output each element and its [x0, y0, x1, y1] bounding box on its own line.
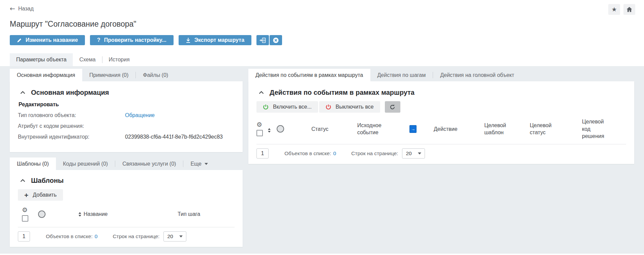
- tab-step-actions[interactable]: Действия по шагам: [370, 69, 433, 81]
- column-header-action: Действие: [434, 125, 484, 133]
- event-actions-section-header: Действия по событиям в рамках маршрута: [256, 89, 626, 96]
- templates-pagination: 1 Объектов в списке: 0 Строк на странице…: [18, 231, 235, 242]
- tab-schema[interactable]: Схема: [73, 53, 102, 66]
- main-info-title: Основная информация: [31, 89, 109, 96]
- sort-column: [268, 125, 275, 133]
- objects-count-value: 0: [333, 150, 336, 157]
- sort-icon[interactable]: [268, 128, 271, 133]
- status-circle-icon: [277, 125, 284, 133]
- refresh-icon: [389, 104, 396, 110]
- settings-column: ⚙: [256, 121, 268, 136]
- transition-column: →: [397, 125, 434, 133]
- archive-cabinet-icon: [259, 37, 266, 43]
- refresh-button[interactable]: [385, 101, 400, 113]
- deactivate-route-button[interactable]: [270, 35, 282, 45]
- column-target-template-label: Целевой шаблон: [484, 122, 509, 136]
- status-circle-column: [275, 125, 300, 133]
- main-info-section-header: Основная информация: [18, 89, 235, 96]
- main-info-card: Основная информация Редактировать Тип го…: [10, 81, 243, 152]
- collapse-chevron-icon[interactable]: [259, 91, 264, 94]
- rows-per-page-select[interactable]: 20: [163, 231, 186, 242]
- column-header-target-template: Целевой шаблон: [484, 122, 530, 136]
- tab-object-params[interactable]: Параметры объекта: [10, 53, 73, 66]
- export-route-button[interactable]: Экспорт маршрута: [179, 35, 251, 45]
- check-settings-button[interactable]: ? Проверить настройку...: [90, 35, 174, 45]
- page-header: ← Назад ★: [0, 0, 644, 12]
- settings-column: ⚙: [18, 207, 33, 222]
- info-rows: Тип головного объекта: Обращение Атрибут…: [18, 110, 235, 142]
- objects-count-value: 0: [95, 233, 98, 239]
- objects-count-label: Объектов в списке:: [46, 233, 93, 239]
- tab-more[interactable]: Еще: [183, 158, 215, 170]
- plus-icon: +: [24, 192, 28, 199]
- column-target-status-label: Целевой статус: [530, 122, 554, 136]
- check-settings-button-label: Проверить настройку...: [104, 37, 166, 43]
- event-actions-card: Действия по событиям в рамках маршрута В…: [248, 81, 634, 164]
- close-circle-icon: [273, 37, 279, 44]
- info-row: Атрибут с кодом решения:: [18, 121, 235, 132]
- collapse-chevron-icon[interactable]: [20, 91, 25, 94]
- back-arrow-icon: ←: [10, 5, 15, 12]
- content-area: Основная информация Примечания (0) Файлы…: [0, 66, 644, 254]
- column-header-name[interactable]: Название: [74, 210, 168, 218]
- collapse-chevron-icon[interactable]: [20, 179, 25, 182]
- tab-head-object-actions[interactable]: Действия на головной объект: [433, 69, 521, 81]
- enable-all-button[interactable]: Включить все...: [256, 101, 318, 113]
- objects-count-label: Объектов в списке:: [284, 150, 331, 157]
- column-header-target-status: Целевой статус: [530, 122, 582, 136]
- field-label: Тип головного объекта:: [18, 110, 125, 121]
- table-divider: [18, 227, 235, 227]
- tab-notes[interactable]: Примечания (0): [82, 69, 135, 81]
- head-object-type-link[interactable]: Обращение: [125, 110, 155, 121]
- favorite-button[interactable]: ★: [608, 4, 620, 15]
- main-tabs: Параметры объекта Схема История: [0, 53, 644, 66]
- select-all-checkbox[interactable]: [256, 130, 263, 136]
- page-number-box[interactable]: 1: [18, 231, 30, 242]
- gear-icon[interactable]: ⚙: [22, 207, 33, 213]
- select-all-checkbox[interactable]: [22, 215, 28, 222]
- column-header-step-type: Тип шага: [168, 210, 235, 218]
- back-link[interactable]: ← Назад: [10, 5, 34, 12]
- rows-per-page-value: 20: [406, 150, 411, 157]
- rows-per-page-label: Строк на странице:: [351, 150, 398, 157]
- status-circle-column: [33, 210, 74, 218]
- enable-all-label: Включить все...: [273, 104, 312, 110]
- table-divider: [256, 144, 626, 144]
- disable-all-button[interactable]: Выключить все: [319, 101, 380, 113]
- gear-icon[interactable]: ⚙: [256, 121, 268, 128]
- event-actions-toolbar: Включить все... Выключить все: [256, 101, 626, 113]
- tab-more-label: Еще: [190, 161, 202, 167]
- export-route-button-label: Экспорт маршрута: [194, 37, 244, 43]
- power-off-icon: [326, 104, 331, 110]
- back-label: Назад: [18, 6, 34, 12]
- column-name-label: Название: [84, 210, 108, 218]
- chevron-down-icon: [179, 235, 183, 237]
- actions-tabs: Действия по событиям в рамках маршрута Д…: [248, 69, 634, 81]
- event-actions-title: Действия по событиям в рамках маршрута: [270, 89, 415, 96]
- column-header-status: Статус: [300, 125, 345, 133]
- rows-per-page-select[interactable]: 20: [402, 148, 425, 159]
- page-title: Маршрут "Согласование договора": [0, 20, 644, 29]
- rename-button[interactable]: Изменить название: [10, 35, 85, 45]
- tab-history[interactable]: История: [102, 53, 136, 66]
- tab-event-actions[interactable]: Действия по событиям в рамках маршрута: [248, 69, 370, 81]
- templates-title: Шаблоны: [31, 177, 64, 185]
- column-header-source-event: Исходное событие: [345, 122, 397, 136]
- tab-decision-codes[interactable]: Коды решений (0): [56, 158, 115, 170]
- home-icon: [626, 7, 632, 12]
- sort-icon[interactable]: [79, 212, 81, 217]
- archive-route-button[interactable]: [256, 35, 269, 45]
- tab-related-services[interactable]: Связанные услуги (0): [115, 158, 183, 170]
- tab-files[interactable]: Файлы (0): [136, 69, 175, 81]
- column-source-event-label: Исходное событие: [357, 122, 381, 136]
- event-actions-table-header: ⚙ Статус Исходное событие →: [256, 118, 626, 140]
- add-template-button[interactable]: + Добавить: [18, 189, 63, 201]
- home-button[interactable]: [623, 4, 635, 15]
- rows-per-page-value: 20: [167, 233, 173, 239]
- right-panel: Действия по событиям в рамках маршрута Д…: [248, 69, 634, 164]
- page-number-box[interactable]: 1: [256, 148, 269, 159]
- tab-main-info[interactable]: Основная информация: [10, 69, 82, 81]
- edit-link[interactable]: Редактировать: [18, 102, 59, 108]
- tab-templates[interactable]: Шаблоны (0): [10, 158, 56, 170]
- templates-table-header: ⚙ Название Тип шага: [18, 205, 235, 223]
